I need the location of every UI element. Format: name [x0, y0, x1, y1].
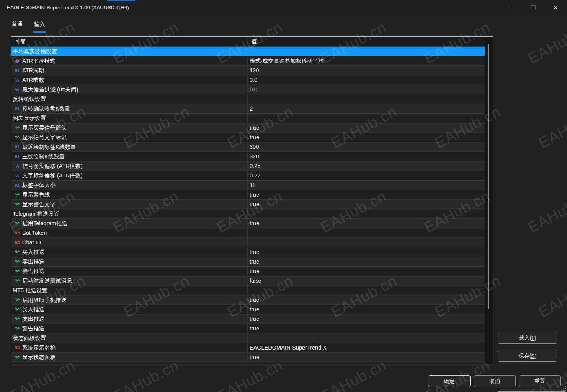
- table-row[interactable]: ½ 信号箭头偏移 (ATR倍数) 0.25: [11, 161, 485, 171]
- table-row[interactable]: 01 反转确认收盘K数量 2: [11, 104, 485, 114]
- resize-grip[interactable]: [561, 386, 566, 391]
- table-row[interactable]: MT5 推送设置: [11, 286, 485, 295]
- param-label: 买入推送: [22, 249, 44, 256]
- param-value-cell: 0.0: [248, 85, 485, 94]
- integer-icon: 01: [13, 144, 21, 150]
- table-row[interactable]: 显示警告线 true: [11, 190, 485, 200]
- load-button-accesskey: L: [531, 335, 534, 341]
- table-row[interactable]: 显示信号文字标记 true: [11, 133, 485, 142]
- boolean-icon: [13, 297, 21, 303]
- table-row[interactable]: 01 标签字体大小 11: [11, 181, 485, 190]
- boolean-icon: [13, 125, 21, 131]
- table-row[interactable]: 买入推送 true: [11, 247, 485, 257]
- param-name-cell: 01 标签字体大小: [11, 181, 248, 190]
- param-value-cell: true: [248, 324, 485, 333]
- param-label: ATR乘数: [22, 76, 44, 84]
- table-row[interactable]: 显示警告文字 true: [11, 200, 485, 209]
- boolean-icon: [13, 306, 21, 312]
- table-row[interactable]: 01 ATR周期 120: [11, 66, 485, 75]
- param-value: true: [250, 297, 259, 303]
- table-row[interactable]: ATR平滑模式 模式·成交量调整加权移动平均: [11, 56, 485, 66]
- param-value-cell: 0.25: [248, 161, 485, 171]
- param-label: 卖出推送: [22, 316, 44, 323]
- table-row[interactable]: ½ 最大偏差过滤 (0=关闭) 0.0: [11, 85, 485, 94]
- param-value-cell: 0.22: [248, 171, 485, 180]
- param-value: true: [250, 125, 259, 131]
- save-button[interactable]: 保存(S): [498, 350, 557, 362]
- maximize-button[interactable]: [524, 0, 542, 15]
- param-value: true: [250, 259, 259, 265]
- table-row[interactable]: 卖出推送 true: [11, 257, 485, 267]
- table-row[interactable]: 反转确认设置: [11, 94, 485, 104]
- table-row[interactable]: 显示状态面板 true: [11, 353, 485, 362]
- minimize-icon: [508, 8, 513, 8]
- param-label: 警告推送: [22, 268, 44, 275]
- table-row[interactable]: ab Chat ID: [11, 238, 485, 247]
- param-value-cell: [248, 47, 485, 56]
- double-icon: ½: [13, 77, 21, 83]
- table-row[interactable]: 警告推送 true: [11, 267, 485, 276]
- ok-button[interactable]: 确定: [428, 375, 471, 387]
- table-row[interactable]: ½ 文字标签偏移 (ATR倍数) 0.22: [11, 171, 485, 181]
- close-button[interactable]: ✕: [547, 0, 564, 15]
- param-value: 300: [250, 144, 259, 150]
- param-value-cell: 模式·成交量调整加权移动平均: [248, 56, 485, 65]
- table-row[interactable]: Telegram 推送设置: [11, 209, 485, 219]
- column-header-value[interactable]: 值: [252, 37, 257, 46]
- param-name-cell: ATR平滑模式: [11, 56, 248, 65]
- tab-inputs[interactable]: 输入: [33, 19, 46, 33]
- tab-common[interactable]: 普通: [11, 19, 23, 33]
- reset-button[interactable]: 重置: [519, 375, 561, 387]
- table-row[interactable]: 状态面板设置: [11, 333, 485, 343]
- table-header-row: 可变 值: [11, 37, 493, 47]
- table-row[interactable]: 图表显示设置: [11, 114, 485, 123]
- boolean-icon: [13, 249, 21, 255]
- param-name-cell: ab 系统显示名称: [11, 343, 248, 352]
- param-name-cell: ½ 文字标签偏移 (ATR倍数): [11, 171, 248, 180]
- table-row[interactable]: 启用MT5手机推送 true: [11, 295, 485, 305]
- table-row[interactable]: 启动时发送测试消息 false: [11, 276, 485, 286]
- param-name-cell: 显示买卖信号箭头: [11, 123, 248, 132]
- param-value-cell: true: [248, 305, 485, 314]
- param-value-cell: false: [248, 276, 485, 285]
- param-label: 文字标签偏移 (ATR倍数): [22, 172, 83, 179]
- param-value: 2: [250, 106, 253, 112]
- maximize-icon: [531, 5, 536, 10]
- param-label: 显示信号文字标记: [22, 134, 67, 141]
- param-name-cell: 图表显示设置: [11, 114, 248, 123]
- cancel-button[interactable]: 取消: [474, 375, 516, 387]
- param-name-cell: 买入推送: [11, 305, 248, 314]
- param-name-cell: MT5 推送设置: [11, 286, 248, 295]
- table-row[interactable]: ab 系统显示名称 EAGLEDOMAIN·SuperTrend X: [11, 343, 485, 353]
- load-button-label: 载入(: [519, 335, 531, 342]
- param-name-cell: 状态面板设置: [11, 333, 248, 343]
- param-label: 显示警告线: [22, 191, 50, 198]
- vertical-scrollbar[interactable]: [485, 37, 493, 364]
- param-value-cell: true: [248, 219, 485, 228]
- load-button[interactable]: 载入(L): [498, 332, 557, 344]
- table-row[interactable]: 01 主线绘制K线数量 320: [11, 152, 485, 161]
- tab-bar: 普通 输入: [11, 19, 46, 33]
- table-row[interactable]: 买入推送 true: [11, 305, 485, 314]
- param-label: 启动时发送测试消息: [22, 277, 72, 285]
- param-name-cell: 启用Telegram推送: [11, 219, 248, 228]
- table-row[interactable]: 显示买卖信号箭头 true: [11, 123, 485, 133]
- param-value-cell: true: [248, 123, 485, 132]
- table-row[interactable]: 警告推送 true: [11, 324, 485, 333]
- minimize-button[interactable]: [502, 0, 519, 15]
- column-divider: [248, 37, 248, 46]
- scrollbar-thumb[interactable]: [488, 44, 489, 309]
- table-row[interactable]: 启用Telegram推送 true: [11, 219, 485, 228]
- table-row[interactable]: 01 最近绘制标签K线数量 300: [11, 142, 485, 152]
- param-value-cell: true: [248, 247, 485, 257]
- table-row[interactable]: 卖出推送 true: [11, 314, 485, 324]
- table-row-selected[interactable]: 平均真实波幅设置: [11, 47, 485, 56]
- param-value: 0.25: [250, 163, 260, 169]
- table-row[interactable]: ab Bot Token: [11, 228, 485, 238]
- boolean-icon: [13, 192, 21, 198]
- param-name-cell: 警告推送: [11, 267, 248, 276]
- column-header-variable[interactable]: 可变: [15, 37, 26, 46]
- param-name-cell: 平均真实波幅设置: [11, 47, 248, 56]
- table-row[interactable]: ½ ATR乘数 3.0: [11, 75, 485, 85]
- param-name-cell: 启动时发送测试消息: [11, 276, 248, 285]
